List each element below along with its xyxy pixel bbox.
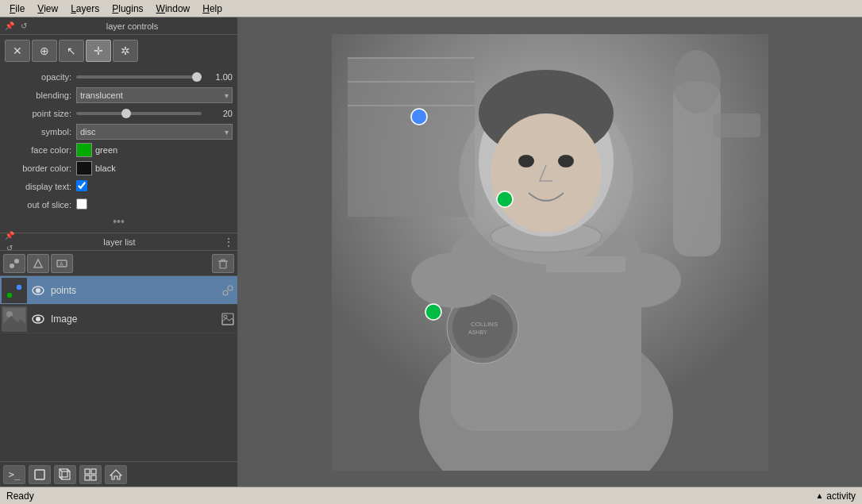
2d-view-button[interactable] [29,465,51,484]
symbol-value: disc [80,127,96,137]
grid-view-button[interactable] [79,465,102,484]
svg-point-8 [6,292,13,298]
astronaut-image: COLLINS ASHBY [332,34,768,471]
display-text-row: display text: [5,178,233,195]
border-color-row: border color: black [5,160,233,177]
canvas-area[interactable]: COLLINS ASHBY [238,17,862,487]
points-tool-btn[interactable] [3,254,25,273]
layer-list-toolbar: A [0,251,237,276]
svg-point-20 [224,315,227,318]
2d-icon [33,468,46,481]
svg-marker-21 [222,318,233,325]
svg-rect-29 [91,469,96,474]
blending-row: blending: translucent ▾ [5,87,233,104]
status-bar: Ready ▲ activity [0,487,862,504]
svg-rect-23 [62,471,70,479]
svg-point-51 [491,113,602,233]
border-color-label: border color: [5,164,76,173]
point-size-value: 20 [205,109,233,118]
shapes-tool-btn[interactable] [27,254,49,273]
face-color-name: green [95,145,117,155]
out-of-slice-container [76,198,233,212]
layer-controls-header: 📌 ↺ layer controls [0,17,237,35]
svg-point-52 [518,155,534,167]
opacity-label: opacity: [5,72,76,82]
photo-container: COLLINS ASHBY [332,34,768,471]
symbol-select[interactable]: disc ▾ [76,124,233,140]
svg-point-53 [558,155,574,167]
transform-button[interactable]: ✲ [113,40,138,62]
move-button[interactable]: ✛ [86,40,111,62]
layer-list-title-container: layer list [16,237,223,248]
point-size-slider[interactable] [76,112,202,115]
border-color-swatch[interactable] [76,161,92,175]
labels-icon: A [56,258,67,269]
svg-point-39 [673,50,721,113]
svg-point-9 [16,284,22,290]
panel-icons: 📌 ↺ [3,20,30,33]
menu-view[interactable]: View [31,2,64,16]
symbol-row: symbol: disc ▾ [5,123,233,140]
menu-plugins[interactable]: Plugins [106,2,149,16]
home-icon [110,468,122,481]
point-2 [425,304,441,320]
3d-icon [59,468,71,481]
layer-list-menu-icon[interactable]: ⋮ [223,236,234,248]
face-color-swatch[interactable] [76,143,92,157]
image-layer-type [218,305,237,333]
svg-point-18 [36,317,40,321]
layer-list-anchor-icon[interactable]: 📌 [3,229,16,242]
svg-point-11 [36,288,40,293]
border-color-container: black [76,161,233,175]
menu-layers[interactable]: Layers [64,2,106,16]
activity-label: activity [826,491,856,502]
svg-rect-40 [713,113,760,137]
svg-point-0 [10,264,14,268]
3d-view-button[interactable] [54,465,76,484]
opacity-slider-container: 1.00 [76,72,233,82]
face-color-row: face color: green [5,141,233,159]
svg-rect-31 [91,475,96,480]
blending-select[interactable]: translucent ▾ [76,87,233,103]
symbol-label: symbol: [5,127,76,137]
refresh-icon[interactable]: ↺ [17,20,30,33]
display-text-container [76,180,233,194]
points-layer-thumb [2,278,27,303]
points-icon [9,258,20,269]
layer-item-points[interactable]: points [0,276,237,305]
border-color-name: black [95,164,116,173]
menu-file[interactable]: File [3,2,31,16]
delete-layer-btn[interactable] [212,254,234,273]
symbol-arrow: ▾ [225,128,229,137]
activity-arrow: ▲ [815,491,823,500]
opacity-slider[interactable] [76,75,202,79]
select-button[interactable]: ↖ [59,40,84,62]
layer-list-title: layer list [103,237,135,247]
left-panel: 📌 ↺ layer controls ✕ ⊕ ↖ ✛ ✲ opacity: [0,17,238,487]
svg-rect-28 [85,469,90,474]
out-of-slice-checkbox[interactable] [76,198,87,210]
svg-point-1 [14,259,19,264]
trash-icon [217,258,229,269]
opacity-value: 1.00 [205,72,233,82]
point-size-label: point size: [5,109,76,118]
activity-button[interactable]: ▲ activity [815,491,856,502]
bottom-toolbar: >_ [0,461,237,487]
terminal-button[interactable]: >_ [3,465,25,484]
layer-tools-row: ✕ ⊕ ↖ ✛ ✲ [5,40,233,62]
menu-help[interactable]: Help [196,2,229,16]
svg-point-15 [6,311,13,317]
point-size-slider-container: 20 [76,109,233,118]
clear-button[interactable]: ✕ [5,40,30,62]
home-button[interactable] [105,465,127,484]
labels-tool-btn[interactable]: A [51,254,73,273]
more-options[interactable]: ••• [5,215,233,228]
add-button[interactable]: ⊕ [32,40,57,62]
menu-window[interactable]: Window [150,2,197,16]
blending-arrow: ▾ [225,91,229,100]
layer-item-image[interactable]: Image [0,305,237,333]
points-visibility-icon[interactable] [29,276,48,305]
image-visibility-icon[interactable] [29,305,48,333]
anchor-icon[interactable]: 📌 [3,20,16,33]
display-text-checkbox[interactable] [76,180,87,191]
